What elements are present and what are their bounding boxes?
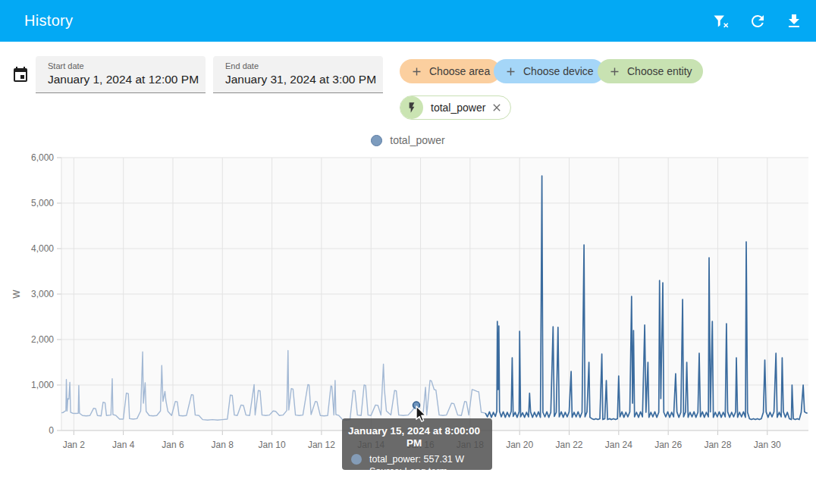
history-page: History Start: [0, 0, 816, 504]
choose-entity-chip[interactable]: Choose entity: [598, 59, 703, 83]
svg-text:Jan 30: Jan 30: [754, 440, 781, 450]
choose-device-label: Choose device: [523, 65, 594, 77]
selected-entity-chip[interactable]: total_power: [400, 95, 511, 120]
svg-text:0: 0: [49, 425, 54, 436]
tooltip-body: total_power: 557.31 W Source: Long term …: [369, 453, 486, 490]
refresh-icon: [749, 12, 767, 30]
svg-text:Jan 2: Jan 2: [63, 440, 86, 450]
page-title: History: [24, 12, 73, 30]
choose-area-label: Choose area: [429, 65, 490, 77]
start-date-value: January 1, 2024 at 12:00 PM: [48, 73, 206, 86]
svg-text:6,000: 6,000: [31, 152, 54, 163]
download-button[interactable]: [785, 12, 803, 30]
svg-text:Jan 6: Jan 6: [162, 440, 184, 450]
remove-entity-button[interactable]: [490, 101, 504, 114]
entity-avatar: [400, 96, 423, 119]
svg-text:Jan 12: Jan 12: [308, 440, 335, 450]
svg-text:5,000: 5,000: [31, 198, 54, 208]
chart-tooltip: January 15, 2024 at 8:00:00 PM total_pow…: [342, 418, 492, 470]
choose-device-chip[interactable]: Choose device: [494, 59, 604, 83]
svg-text:4,000: 4,000: [31, 243, 54, 254]
svg-text:2,000: 2,000: [31, 334, 54, 345]
end-date-label: End date: [225, 61, 383, 70]
filter-remove-icon: [712, 12, 730, 30]
app-header: History: [0, 0, 816, 42]
flash-icon: [406, 102, 418, 114]
refresh-button[interactable]: [749, 12, 767, 30]
tooltip-value-row: total_power: 557.31 W: [369, 453, 486, 465]
y-axis-title: W: [11, 290, 22, 299]
entity-chip-label: total_power: [431, 102, 485, 114]
header-actions: [712, 0, 803, 42]
svg-text:Jan 8: Jan 8: [212, 440, 234, 450]
start-date-label: Start date: [48, 61, 206, 70]
end-date-field[interactable]: End date January 31, 2024 at 3:00 PM: [213, 56, 383, 93]
svg-text:Jan 24: Jan 24: [605, 440, 632, 450]
svg-text:Jan 20: Jan 20: [506, 440, 533, 450]
plus-icon: [608, 65, 621, 78]
svg-text:3,000: 3,000: [31, 289, 54, 299]
svg-text:1,000: 1,000: [31, 380, 54, 390]
choose-area-chip[interactable]: Choose area: [400, 59, 501, 83]
tooltip-date: January 15, 2024 at 8:00:00 PM: [342, 425, 486, 449]
svg-text:Jan 28: Jan 28: [704, 440, 731, 450]
tooltip-source: Source: Long term statistics: [369, 465, 486, 490]
svg-text:Jan 22: Jan 22: [555, 440, 582, 450]
svg-text:Jan 10: Jan 10: [259, 440, 286, 450]
remove-filters-button[interactable]: [712, 12, 730, 30]
svg-text:Jan 26: Jan 26: [654, 440, 682, 450]
download-icon: [785, 12, 803, 30]
svg-text:Jan 4: Jan 4: [112, 440, 135, 450]
calendar-icon: [11, 66, 30, 84]
start-date-field[interactable]: Start date January 1, 2024 at 12:00 PM: [36, 56, 206, 93]
highlighted-point: [413, 402, 420, 409]
choose-entity-label: Choose entity: [627, 65, 692, 77]
plus-icon: [504, 65, 517, 78]
tooltip-series-dot-icon: [351, 454, 362, 465]
close-icon: [491, 102, 503, 114]
plus-icon: [410, 65, 423, 78]
end-date-value: January 31, 2024 at 3:00 PM: [225, 73, 383, 86]
